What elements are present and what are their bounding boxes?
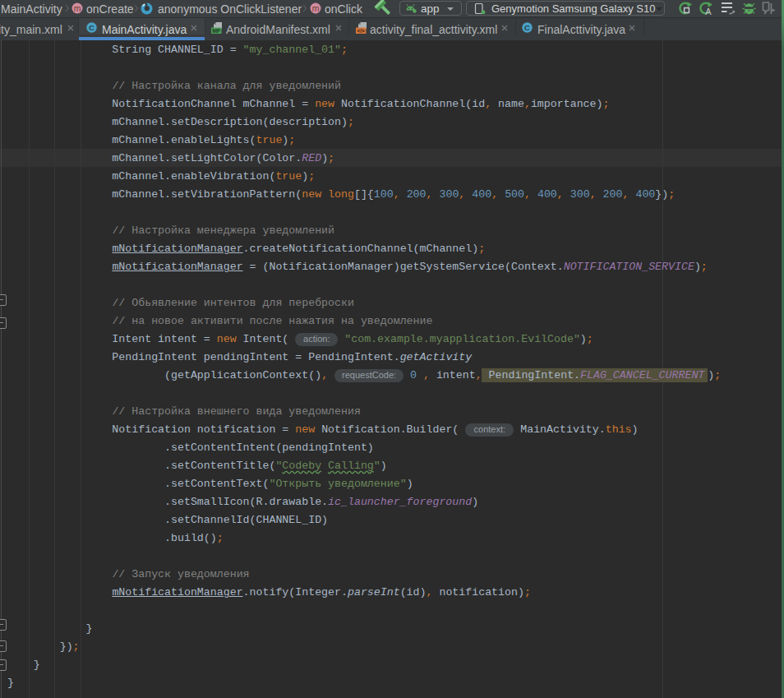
svg-text:A: A xyxy=(705,7,712,16)
svg-text:MF: MF xyxy=(212,28,221,34)
svg-text:m: m xyxy=(312,3,320,13)
svg-text:C: C xyxy=(89,23,95,32)
svg-text:C: C xyxy=(524,23,530,32)
svg-text:</>: </> xyxy=(357,28,365,34)
svg-text:m: m xyxy=(74,3,81,13)
